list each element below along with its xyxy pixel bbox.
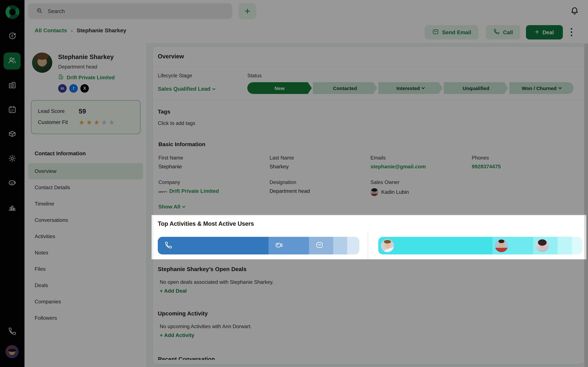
user-segment-5 <box>572 237 582 254</box>
customer-fit-label: Customer Fit <box>38 119 79 125</box>
breadcrumb: All Contacts › Stephanie Sharkey <box>35 27 126 34</box>
top-activities-title: Top Activities & Most Active Users <box>158 221 254 227</box>
app-logo[interactable] <box>6 5 19 19</box>
nav-item-overview[interactable]: Overview <box>28 163 143 179</box>
contact-avatar <box>32 52 52 73</box>
customer-fit-rating[interactable]: ★★★★★ <box>79 119 134 125</box>
phone-icon <box>8 327 17 337</box>
sidebar-item-contacts[interactable] <box>4 52 21 69</box>
nav-item-notes[interactable]: Notes <box>28 245 143 261</box>
last-name-label: Last Name <box>269 155 371 161</box>
crm-contact-page: $ <box>0 0 588 367</box>
x-twitter-icon[interactable]: X <box>80 84 89 93</box>
recent-conversation-section: Recent Conversation <box>153 349 584 360</box>
video-icon <box>269 241 283 250</box>
stage-contacted[interactable]: Contacted <box>313 82 377 94</box>
sidebar-item-analytics[interactable] <box>4 199 21 216</box>
plus-icon: + <box>244 6 250 17</box>
company-value[interactable]: DRFFTDrift Private Limited <box>158 188 269 194</box>
top-activities-bar <box>158 237 359 254</box>
more-actions-button[interactable] <box>571 28 573 36</box>
sidebar-item-settings[interactable] <box>4 150 21 167</box>
social-links: in f X <box>58 84 89 93</box>
company-label: Company <box>158 179 269 185</box>
user-segment-2 <box>493 237 533 254</box>
send-email-button[interactable]: Send Email <box>425 25 479 40</box>
chevron-down-icon <box>422 86 425 89</box>
add-deal-button[interactable]: + Deal <box>526 25 563 40</box>
last-name-value: Sharkey <box>269 164 371 170</box>
contact-name: Stephanie Sharkey <box>58 53 114 61</box>
upcoming-activity-empty-message: No upcoming Activities with Ann Dorwart. <box>160 324 252 329</box>
bar-chart-icon <box>8 203 17 213</box>
breadcrumb-all-contacts[interactable]: All Contacts <box>35 27 67 34</box>
contact-info-heading: Contact Information <box>35 150 86 157</box>
search-input[interactable]: Search <box>28 3 232 19</box>
email-value[interactable]: stephanie@gmail.com <box>371 164 472 170</box>
show-all-button[interactable]: Show All <box>158 204 185 210</box>
recent-conversation-title: Recent Conversation <box>158 356 215 360</box>
status-label: Status <box>247 73 262 79</box>
linkedin-icon[interactable]: in <box>58 84 67 93</box>
overview-title: Overview <box>158 53 184 60</box>
stage-unqualified[interactable]: Unqualified <box>444 82 508 94</box>
add-tags-field[interactable]: Click to add tags <box>158 120 195 126</box>
contact-nav: Overview Contact Details Timeline Conver… <box>28 163 143 326</box>
emails-label: Emails <box>371 155 472 161</box>
stage-new[interactable]: New <box>247 82 312 94</box>
user-segment-4 <box>558 237 572 254</box>
sidebar-item-companies[interactable] <box>4 77 21 94</box>
chatbot-icon <box>8 178 17 188</box>
nav-item-timeline[interactable]: Timeline <box>28 196 143 212</box>
user-avatar-1 <box>381 239 394 252</box>
activity-segment-email <box>309 237 333 254</box>
topbar: Search + All Contacts › Stephanie Sharke… <box>25 0 588 44</box>
contact-company-link[interactable]: Drift Private Limited <box>58 74 115 81</box>
user-segment-3 <box>533 237 558 254</box>
current-user-avatar[interactable] <box>6 345 19 358</box>
user-avatar-2 <box>495 239 508 252</box>
add-activity-link[interactable]: + Add Activity <box>160 333 194 338</box>
building-icon <box>58 74 64 81</box>
nav-item-companies[interactable]: Companies <box>28 294 143 310</box>
plus-icon: + <box>535 28 539 36</box>
nav-item-contact-details[interactable]: Contact Details <box>28 179 143 196</box>
notifications-button[interactable] <box>570 7 579 16</box>
lifecycle-stage-dropdown[interactable]: Sales Qualified Lead <box>158 86 215 92</box>
facebook-icon[interactable]: f <box>69 84 78 93</box>
quick-add-button[interactable]: + <box>238 3 256 19</box>
phone-icon <box>493 28 500 36</box>
nav-item-followers[interactable]: Followers <box>28 310 143 326</box>
sidebar-item-phone[interactable] <box>4 323 21 340</box>
sidebar-item-deals-currency[interactable]: $ <box>4 28 21 45</box>
user-avatar-3 <box>536 239 549 252</box>
nav-item-files[interactable]: Files <box>28 261 143 277</box>
stage-won-churned[interactable]: Won / Churned <box>509 82 574 94</box>
first-name-value: Stephanie <box>158 164 269 170</box>
sales-owner-value: Kadin Lubin <box>371 188 472 196</box>
sidebar-item-chatbot[interactable] <box>4 175 21 192</box>
sales-owner-label: Sales Owner <box>371 179 472 185</box>
gear-icon <box>8 154 17 164</box>
phone-icon <box>158 241 173 250</box>
mail-icon <box>309 241 323 250</box>
send-email-label: Send Email <box>442 29 471 35</box>
phone-value[interactable]: 9928374475 <box>472 164 579 170</box>
scrollbar[interactable] <box>584 44 588 367</box>
open-deals-title: Stephanie Sharkey’s Open Deals <box>158 266 246 273</box>
activity-segment-calls <box>158 237 269 254</box>
lifecycle-stage-label: Lifecycle Stage <box>158 73 192 79</box>
sidebar-item-products[interactable] <box>4 126 21 143</box>
add-deal-link[interactable]: + Add Deal <box>160 288 187 294</box>
call-label: Call <box>503 29 513 35</box>
mail-icon <box>432 28 439 36</box>
nav-item-conversations[interactable]: Conversations <box>28 212 143 228</box>
nav-item-activities[interactable]: Activities <box>28 228 143 245</box>
call-button[interactable]: Call <box>486 25 520 40</box>
nav-item-deals[interactable]: Deals <box>28 277 143 294</box>
open-deals-empty-message: No open deals associated with Stephanie … <box>160 279 274 285</box>
lead-score-label: Lead Score <box>38 108 79 114</box>
lead-score-value: 59 <box>79 108 134 115</box>
sidebar-item-calendar[interactable] <box>4 101 21 118</box>
stage-interested[interactable]: Interested <box>378 82 443 94</box>
